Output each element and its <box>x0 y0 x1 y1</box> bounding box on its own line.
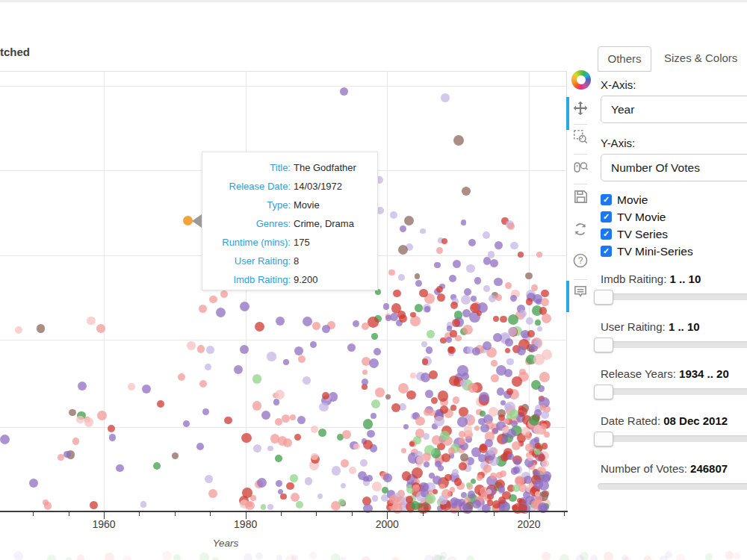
data-point[interactable] <box>347 343 356 352</box>
data-point[interactable] <box>415 304 423 312</box>
data-point[interactable] <box>453 396 459 403</box>
data-point[interactable] <box>491 360 498 367</box>
data-point[interactable] <box>490 473 497 479</box>
data-point[interactable] <box>162 551 172 560</box>
data-point[interactable] <box>410 316 421 326</box>
data-point[interactable] <box>447 556 456 560</box>
slider-track[interactable] <box>598 341 747 348</box>
slider-track[interactable] <box>598 388 747 395</box>
data-point[interactable] <box>527 455 533 461</box>
data-point[interactable] <box>375 388 385 397</box>
data-point[interactable] <box>199 305 207 313</box>
data-point[interactable] <box>367 430 375 438</box>
data-point[interactable] <box>462 187 471 196</box>
data-point[interactable] <box>87 317 95 325</box>
data-point[interactable] <box>534 437 539 442</box>
data-point[interactable] <box>464 426 472 434</box>
data-point[interactable] <box>278 489 283 494</box>
type-checkbox-tv-series[interactable]: ✓TV Series <box>601 225 668 243</box>
data-point[interactable] <box>0 435 10 444</box>
data-point[interactable] <box>488 251 495 258</box>
tab-others[interactable]: Others <box>598 46 651 72</box>
data-point[interactable] <box>44 502 52 510</box>
data-point[interactable] <box>393 290 400 297</box>
data-point[interactable] <box>318 429 326 437</box>
data-point[interactable] <box>536 252 542 258</box>
data-point[interactable] <box>37 324 45 332</box>
data-point[interactable] <box>531 380 541 390</box>
data-point[interactable] <box>140 501 146 507</box>
data-point[interactable] <box>495 294 502 301</box>
data-point[interactable] <box>479 392 489 402</box>
data-point[interactable] <box>424 306 430 312</box>
data-point[interactable] <box>311 426 318 433</box>
data-point[interactable] <box>438 465 444 471</box>
data-point[interactable] <box>425 494 436 504</box>
data-point[interactable] <box>392 557 399 560</box>
data-point[interactable] <box>245 501 254 510</box>
data-point[interactable] <box>142 385 151 393</box>
data-point[interactable] <box>444 474 451 481</box>
data-point[interactable] <box>303 376 311 385</box>
data-point[interactable] <box>255 322 264 332</box>
slider-track[interactable] <box>598 293 747 300</box>
data-point[interactable] <box>412 467 423 479</box>
data-point[interactable] <box>462 504 469 511</box>
data-point[interactable] <box>261 504 266 509</box>
data-point[interactable] <box>424 408 431 416</box>
data-point[interactable] <box>244 553 252 560</box>
data-point[interactable] <box>440 431 450 441</box>
data-point[interactable] <box>535 320 541 326</box>
data-point[interactable] <box>371 333 377 339</box>
data-point[interactable] <box>527 330 535 337</box>
data-point[interactable] <box>90 501 98 509</box>
data-point[interactable] <box>500 470 506 477</box>
data-point[interactable] <box>483 231 490 239</box>
data-point[interactable] <box>353 444 360 450</box>
data-point[interactable] <box>77 555 84 560</box>
data-point[interactable] <box>531 284 538 291</box>
checkbox-icon[interactable]: ✓ <box>601 194 612 205</box>
data-point[interactable] <box>518 252 523 257</box>
data-point[interactable] <box>209 296 217 304</box>
data-point[interactable] <box>464 288 471 296</box>
type-checkbox-movie[interactable]: ✓Movie <box>601 191 648 208</box>
data-point[interactable] <box>459 438 466 445</box>
slider-track[interactable] <box>598 483 747 490</box>
data-point[interactable] <box>322 392 329 399</box>
data-point[interactable] <box>440 405 448 414</box>
data-point[interactable] <box>116 464 123 472</box>
data-point[interactable] <box>205 475 213 483</box>
data-point[interactable] <box>280 494 287 500</box>
data-point[interactable] <box>212 557 219 560</box>
data-point[interactable] <box>541 298 549 306</box>
data-point[interactable] <box>434 262 440 268</box>
data-point[interactable] <box>466 264 474 273</box>
data-point[interactable] <box>494 278 502 286</box>
data-point[interactable] <box>511 420 518 427</box>
data-point[interactable] <box>468 239 476 246</box>
data-point[interactable] <box>533 479 542 488</box>
data-point[interactable] <box>66 557 72 560</box>
data-point[interactable] <box>450 405 456 411</box>
data-point[interactable] <box>525 434 530 439</box>
data-point[interactable] <box>483 285 490 292</box>
help-tool-icon[interactable]: ? <box>572 252 590 270</box>
data-point[interactable] <box>460 380 467 387</box>
data-point[interactable] <box>461 295 471 305</box>
type-checkbox-tv-mini-series[interactable]: ✓TV Mini-Series <box>601 243 693 260</box>
data-point[interactable] <box>13 551 23 560</box>
data-point[interactable] <box>362 379 368 385</box>
data-point[interactable] <box>533 294 542 303</box>
bokeh-logo-icon[interactable] <box>571 70 591 90</box>
data-point[interactable] <box>340 87 348 96</box>
data-point[interactable] <box>240 302 249 311</box>
data-point[interactable] <box>509 409 518 418</box>
data-point[interactable] <box>457 365 468 376</box>
data-point[interactable] <box>510 242 518 249</box>
data-point[interactable] <box>362 323 369 330</box>
data-point[interactable] <box>498 485 505 492</box>
data-point[interactable] <box>398 245 408 255</box>
data-point[interactable] <box>526 317 533 324</box>
data-point[interactable] <box>371 413 376 419</box>
